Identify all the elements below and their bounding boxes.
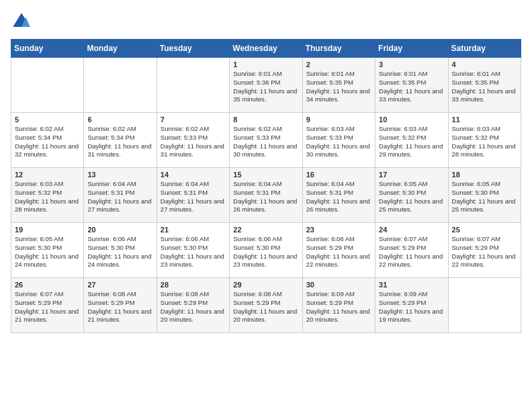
- cell-content: Sunrise: 6:07 AM Sunset: 5:29 PM Dayligh…: [379, 235, 444, 269]
- day-number: 25: [452, 226, 517, 234]
- calendar-cell: 19Sunrise: 6:05 AM Sunset: 5:30 PM Dayli…: [11, 223, 84, 278]
- calendar-cell: 27Sunrise: 6:08 AM Sunset: 5:29 PM Dayli…: [84, 278, 157, 333]
- day-number: 5: [15, 116, 80, 124]
- cell-content: Sunrise: 6:04 AM Sunset: 5:31 PM Dayligh…: [233, 180, 298, 214]
- weekday-header: Wednesday: [230, 40, 302, 58]
- day-number: 6: [87, 116, 152, 124]
- calendar-cell: 10Sunrise: 6:03 AM Sunset: 5:32 PM Dayli…: [375, 113, 448, 168]
- day-number: 18: [452, 171, 517, 179]
- cell-content: Sunrise: 6:02 AM Sunset: 5:33 PM Dayligh…: [233, 125, 298, 159]
- calendar-cell: 25Sunrise: 6:07 AM Sunset: 5:29 PM Dayli…: [448, 223, 521, 278]
- cell-content: Sunrise: 6:08 AM Sunset: 5:29 PM Dayligh…: [161, 290, 226, 324]
- day-number: 17: [379, 171, 444, 179]
- calendar-cell: 4Sunrise: 6:01 AM Sunset: 5:35 PM Daylig…: [448, 58, 521, 113]
- day-number: 21: [161, 226, 226, 234]
- cell-content: Sunrise: 6:02 AM Sunset: 5:33 PM Dayligh…: [161, 125, 226, 159]
- calendar-cell: 5Sunrise: 6:02 AM Sunset: 5:34 PM Daylig…: [11, 113, 84, 168]
- cell-content: Sunrise: 6:06 AM Sunset: 5:30 PM Dayligh…: [233, 235, 298, 269]
- cell-content: Sunrise: 6:07 AM Sunset: 5:29 PM Dayligh…: [15, 290, 80, 324]
- calendar-cell: 23Sunrise: 6:06 AM Sunset: 5:29 PM Dayli…: [302, 223, 375, 278]
- cell-content: Sunrise: 6:01 AM Sunset: 5:35 PM Dayligh…: [452, 70, 517, 104]
- calendar-cell: [84, 58, 157, 113]
- calendar-cell: [11, 58, 84, 113]
- cell-content: Sunrise: 6:02 AM Sunset: 5:34 PM Dayligh…: [15, 125, 80, 159]
- day-number: 11: [452, 116, 517, 124]
- calendar-table: SundayMondayTuesdayWednesdayThursdayFrid…: [11, 39, 521, 333]
- calendar-cell: 16Sunrise: 6:04 AM Sunset: 5:31 PM Dayli…: [302, 168, 375, 223]
- logo: [11, 11, 35, 32]
- cell-content: Sunrise: 6:06 AM Sunset: 5:30 PM Dayligh…: [87, 235, 152, 269]
- calendar-cell: 7Sunrise: 6:02 AM Sunset: 5:33 PM Daylig…: [157, 113, 229, 168]
- calendar-week-row: 26Sunrise: 6:07 AM Sunset: 5:29 PM Dayli…: [11, 278, 521, 333]
- day-number: 13: [87, 171, 152, 179]
- calendar-cell: 28Sunrise: 6:08 AM Sunset: 5:29 PM Dayli…: [157, 278, 229, 333]
- cell-content: Sunrise: 6:05 AM Sunset: 5:30 PM Dayligh…: [452, 180, 517, 214]
- cell-content: Sunrise: 6:03 AM Sunset: 5:32 PM Dayligh…: [379, 125, 444, 159]
- day-number: 27: [87, 281, 152, 289]
- calendar-cell: 17Sunrise: 6:05 AM Sunset: 5:30 PM Dayli…: [375, 168, 448, 223]
- calendar-week-row: 12Sunrise: 6:03 AM Sunset: 5:32 PM Dayli…: [11, 168, 521, 223]
- cell-content: Sunrise: 6:03 AM Sunset: 5:32 PM Dayligh…: [452, 125, 517, 159]
- day-number: 1: [233, 60, 298, 68]
- cell-content: Sunrise: 6:01 AM Sunset: 5:36 PM Dayligh…: [233, 70, 298, 104]
- calendar-cell: [448, 278, 521, 333]
- calendar-cell: 9Sunrise: 6:03 AM Sunset: 5:33 PM Daylig…: [302, 113, 375, 168]
- calendar-cell: 29Sunrise: 6:08 AM Sunset: 5:29 PM Dayli…: [230, 278, 302, 333]
- day-number: 29: [233, 281, 298, 289]
- calendar-cell: 14Sunrise: 6:04 AM Sunset: 5:31 PM Dayli…: [157, 168, 229, 223]
- day-number: 14: [161, 171, 226, 179]
- day-number: 16: [306, 171, 371, 179]
- day-number: 30: [306, 281, 371, 289]
- day-number: 7: [161, 116, 226, 124]
- weekday-header: Sunday: [11, 40, 84, 58]
- cell-content: Sunrise: 6:05 AM Sunset: 5:30 PM Dayligh…: [379, 180, 444, 214]
- logo-icon: [11, 11, 32, 32]
- day-number: 3: [379, 60, 444, 68]
- calendar-cell: 8Sunrise: 6:02 AM Sunset: 5:33 PM Daylig…: [230, 113, 302, 168]
- calendar-cell: 3Sunrise: 6:01 AM Sunset: 5:35 PM Daylig…: [375, 58, 448, 113]
- cell-content: Sunrise: 6:01 AM Sunset: 5:35 PM Dayligh…: [379, 70, 444, 104]
- day-number: 8: [233, 116, 298, 124]
- day-number: 10: [379, 116, 444, 124]
- calendar-cell: 2Sunrise: 6:01 AM Sunset: 5:35 PM Daylig…: [302, 58, 375, 113]
- page-header: [11, 11, 521, 32]
- cell-content: Sunrise: 6:08 AM Sunset: 5:29 PM Dayligh…: [87, 290, 152, 324]
- day-number: 24: [379, 226, 444, 234]
- calendar-cell: 1Sunrise: 6:01 AM Sunset: 5:36 PM Daylig…: [230, 58, 302, 113]
- calendar-cell: 22Sunrise: 6:06 AM Sunset: 5:30 PM Dayli…: [230, 223, 302, 278]
- cell-content: Sunrise: 6:06 AM Sunset: 5:29 PM Dayligh…: [306, 235, 371, 269]
- calendar-cell: 31Sunrise: 6:09 AM Sunset: 5:29 PM Dayli…: [375, 278, 448, 333]
- calendar-cell: 15Sunrise: 6:04 AM Sunset: 5:31 PM Dayli…: [230, 168, 302, 223]
- cell-content: Sunrise: 6:03 AM Sunset: 5:33 PM Dayligh…: [306, 125, 371, 159]
- weekday-header: Friday: [375, 40, 448, 58]
- day-number: 4: [452, 60, 517, 68]
- calendar-week-row: 19Sunrise: 6:05 AM Sunset: 5:30 PM Dayli…: [11, 223, 521, 278]
- cell-content: Sunrise: 6:05 AM Sunset: 5:30 PM Dayligh…: [15, 235, 80, 269]
- day-number: 31: [379, 281, 444, 289]
- weekday-header: Monday: [84, 40, 157, 58]
- cell-content: Sunrise: 6:02 AM Sunset: 5:34 PM Dayligh…: [87, 125, 152, 159]
- calendar-cell: 18Sunrise: 6:05 AM Sunset: 5:30 PM Dayli…: [448, 168, 521, 223]
- calendar-cell: 11Sunrise: 6:03 AM Sunset: 5:32 PM Dayli…: [448, 113, 521, 168]
- calendar-week-row: 5Sunrise: 6:02 AM Sunset: 5:34 PM Daylig…: [11, 113, 521, 168]
- cell-content: Sunrise: 6:06 AM Sunset: 5:30 PM Dayligh…: [161, 235, 226, 269]
- weekday-header: Thursday: [302, 40, 375, 58]
- cell-content: Sunrise: 6:01 AM Sunset: 5:35 PM Dayligh…: [306, 70, 371, 104]
- cell-content: Sunrise: 6:04 AM Sunset: 5:31 PM Dayligh…: [306, 180, 371, 214]
- weekday-header-row: SundayMondayTuesdayWednesdayThursdayFrid…: [11, 40, 521, 58]
- cell-content: Sunrise: 6:07 AM Sunset: 5:29 PM Dayligh…: [452, 235, 517, 269]
- cell-content: Sunrise: 6:08 AM Sunset: 5:29 PM Dayligh…: [233, 290, 298, 324]
- calendar-cell: 6Sunrise: 6:02 AM Sunset: 5:34 PM Daylig…: [84, 113, 157, 168]
- day-number: 28: [161, 281, 226, 289]
- cell-content: Sunrise: 6:09 AM Sunset: 5:29 PM Dayligh…: [379, 290, 444, 324]
- day-number: 20: [87, 226, 152, 234]
- calendar-cell: 13Sunrise: 6:04 AM Sunset: 5:31 PM Dayli…: [84, 168, 157, 223]
- day-number: 9: [306, 116, 371, 124]
- weekday-header: Saturday: [448, 40, 521, 58]
- calendar-cell: 26Sunrise: 6:07 AM Sunset: 5:29 PM Dayli…: [11, 278, 84, 333]
- day-number: 12: [15, 171, 80, 179]
- cell-content: Sunrise: 6:04 AM Sunset: 5:31 PM Dayligh…: [87, 180, 152, 214]
- day-number: 2: [306, 60, 371, 68]
- calendar-cell: 20Sunrise: 6:06 AM Sunset: 5:30 PM Dayli…: [84, 223, 157, 278]
- day-number: 15: [233, 171, 298, 179]
